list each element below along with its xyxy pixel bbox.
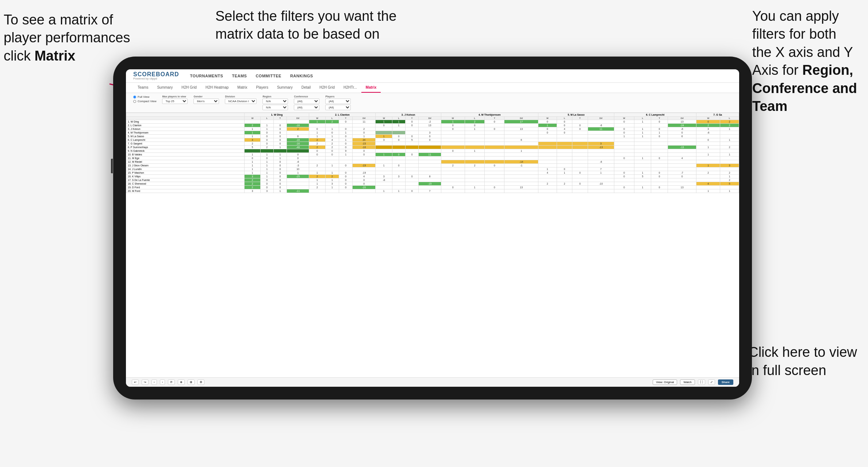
table-row: 13. J Skov Olesen 110-3 210-19 10 220-1 …: [126, 164, 739, 167]
screen-button[interactable]: ⛶: [698, 379, 705, 385]
table-row: 17. S De La Fuente 200 1100 -8 2: [126, 178, 739, 182]
sub-nav: Teams Summary H2H Grid H2H Heatmap Matri…: [126, 83, 739, 93]
conference-double: (All) (All): [294, 99, 319, 110]
app-logo: SCOREBOARD Powered by clippd: [133, 72, 179, 80]
forward-button[interactable]: ›: [160, 379, 165, 385]
app-header: SCOREBOARD Powered by clippd TOURNAMENTS…: [126, 69, 739, 83]
table-row: 7. G Sargent 200-16 220-15 3: [126, 142, 739, 146]
table-row: 18. C Sherwood 200 1300 -15 220-10 45: [126, 182, 739, 186]
matrix-table: 1. W Ding 2. L Clanton 3. J Koivun 4. M …: [126, 113, 739, 193]
subtab-matrix-active[interactable]: Matrix: [361, 83, 381, 93]
col-header-6: 6. C Lamprecht: [614, 113, 696, 117]
col-header-1: 1. W Ding: [245, 113, 309, 117]
view-original-button[interactable]: View: Original: [653, 379, 677, 385]
players-label: Players: [325, 95, 351, 98]
nav-teams[interactable]: TEAMS: [232, 74, 247, 78]
tablet-screen: SCOREBOARD Powered by clippd TOURNAMENTS…: [126, 69, 739, 387]
view-options: Full View Compact View: [133, 95, 156, 103]
full-view-radio[interactable]: [133, 96, 136, 99]
matrix-tbody: 1. W Ding 12011 110-2 12017 00 01013 02 …: [126, 120, 739, 193]
table-row: 2. L Clanton 210-16 01013 00 100-6 -24 2…: [126, 124, 739, 127]
table-row: 11. M Ege 0010 0104: [126, 157, 739, 160]
compact-view-radio[interactable]: [133, 100, 136, 103]
table-row: 9. N Gabrielcik 0090 011: [126, 149, 739, 153]
players-filter: Players (All) (All): [325, 95, 351, 110]
max-players-filter: Max players in view Top 25: [162, 95, 188, 104]
subtab-h2h-heatmap[interactable]: H2H Heatmap: [201, 83, 233, 93]
subtab-detail[interactable]: Detail: [297, 83, 315, 93]
subtab-matrix[interactable]: Matrix: [233, 83, 251, 93]
annotation-topcenter: Select the filters you want the matrix d…: [215, 7, 405, 43]
table-row: 20. M Ford 331-11 1107 11: [126, 189, 739, 193]
settings-button[interactable]: ⚙: [197, 379, 204, 385]
table-row: 5. M La Sasso 1006 1101 1000 1106: [126, 135, 739, 138]
subtab-teams[interactable]: Teams: [133, 83, 153, 93]
full-view-label[interactable]: Full View: [133, 95, 156, 99]
subtab-players[interactable]: Players: [252, 83, 273, 93]
subheader-row: WLTDif WLTDif WLTDif WLTDif WLTDif WLTDi…: [126, 117, 739, 120]
table-row: 15. P Maichon 1101 110-19 4101 010-7 22: [126, 171, 739, 175]
zoom-button[interactable]: ⊕: [178, 379, 185, 385]
region-select-2[interactable]: N/A: [262, 105, 288, 110]
logo-subtitle: Powered by clippd: [133, 77, 179, 80]
subtab-h2htr[interactable]: H2HTr...: [339, 83, 361, 93]
region-double: N/A N/A: [262, 99, 288, 110]
matrix-area[interactable]: 1. W Ding 2. L Clanton 3. J Koivun 4. M …: [126, 113, 739, 377]
subtab-summary2[interactable]: Summary: [273, 83, 297, 93]
subtab-summary[interactable]: Summary: [153, 83, 177, 93]
table-row: 6. C Lamprecht 300-16 24124 3050 6 01: [126, 138, 739, 142]
table-row: 16. K Vilips 310-25 2204 3308 0500 1: [126, 175, 739, 178]
division-label: Division: [225, 95, 257, 98]
gender-filter: Gender Men's: [193, 95, 219, 104]
corner-header: [126, 113, 245, 117]
region-label: Region: [262, 95, 288, 98]
redo-button[interactable]: ↪: [142, 379, 149, 385]
col-header-7: 7. G Sa: [696, 113, 739, 117]
fullscreen-button[interactable]: ⤢: [708, 379, 715, 385]
region-filter: Region N/A N/A: [262, 95, 288, 110]
watch-button[interactable]: Watch: [680, 379, 695, 385]
tablet-frame: SCOREBOARD Powered by clippd TOURNAMENTS…: [113, 57, 752, 400]
nav-rankings[interactable]: RANKINGS: [290, 74, 313, 78]
table-row: 1. W Ding 12011 110-2 12017 00 01013 02: [126, 120, 739, 124]
players-select-1[interactable]: (All): [325, 99, 351, 104]
col-header-2: 2. L Clanton: [309, 113, 376, 117]
col-header-5: 5. M La Sasso: [538, 113, 614, 117]
annotation-topright: You can apply filters for both the X axi…: [752, 7, 857, 115]
table-row: 8. P Summerhays 521-48 220-16 -13 -13 12: [126, 146, 739, 149]
conference-select-2[interactable]: (All): [294, 105, 319, 110]
table-row: 4. M Thorbjornsen 100 1010 3 00 0110 -6: [126, 131, 739, 135]
players-select-2[interactable]: (All): [325, 105, 351, 110]
compact-view-label[interactable]: Compact View: [133, 100, 156, 103]
tablet-side-button: [111, 159, 113, 173]
logo-title: SCOREBOARD: [133, 72, 179, 77]
bottom-toolbar: ↩ ↪ ‹ › ⟳ ⊕ ⊞ ⚙ View: Original Watch ⛶ ⤢…: [126, 377, 739, 387]
max-players-label: Max players in view: [162, 95, 188, 98]
refresh-button[interactable]: ⟳: [168, 379, 175, 385]
table-row: 3. J Koivun 1102 0102 01013 04011 010-6 …: [126, 127, 739, 131]
conference-select-1[interactable]: (All): [294, 99, 319, 104]
gender-select[interactable]: Men's: [193, 99, 219, 104]
division-filter: Division NCAA Division I: [225, 95, 257, 104]
undo-button[interactable]: ↩: [132, 379, 139, 385]
annotation-bottomright: Click here to view in full screen: [748, 343, 857, 379]
conference-filter: Conference (All) (All): [294, 95, 319, 110]
max-players-select[interactable]: Top 25: [162, 99, 188, 104]
table-row: 10. B Valdes 1110 0010 10011 11: [126, 153, 739, 157]
grid-button[interactable]: ⊞: [188, 379, 195, 385]
nav-tournaments[interactable]: TOURNAMENTS: [190, 74, 223, 78]
main-nav: TOURNAMENTS TEAMS COMMITTEE RANKINGS: [190, 74, 313, 78]
nav-committee[interactable]: COMMITTEE: [256, 74, 281, 78]
subtab-h2h-grid2[interactable]: H2H Grid: [315, 83, 339, 93]
annotation-topleft: To see a matrix of player performances c…: [4, 11, 130, 65]
col-header-4: 4. M Thorbjornsen: [441, 113, 538, 117]
table-row: 19. D Ford 200 210-20 01013 01013: [126, 186, 739, 189]
col-header-row: 1. W Ding 2. L Clanton 3. J Koivun 4. M …: [126, 113, 739, 117]
players-double: (All) (All): [325, 99, 351, 110]
division-select[interactable]: NCAA Division I: [225, 99, 257, 104]
region-select-1[interactable]: N/A: [262, 99, 288, 104]
share-button[interactable]: Share: [718, 379, 733, 385]
back-button[interactable]: ‹: [151, 379, 157, 385]
subtab-h2h-grid[interactable]: H2H Grid: [177, 83, 201, 93]
filter-bar: Full View Compact View Max players in vi…: [126, 93, 739, 113]
